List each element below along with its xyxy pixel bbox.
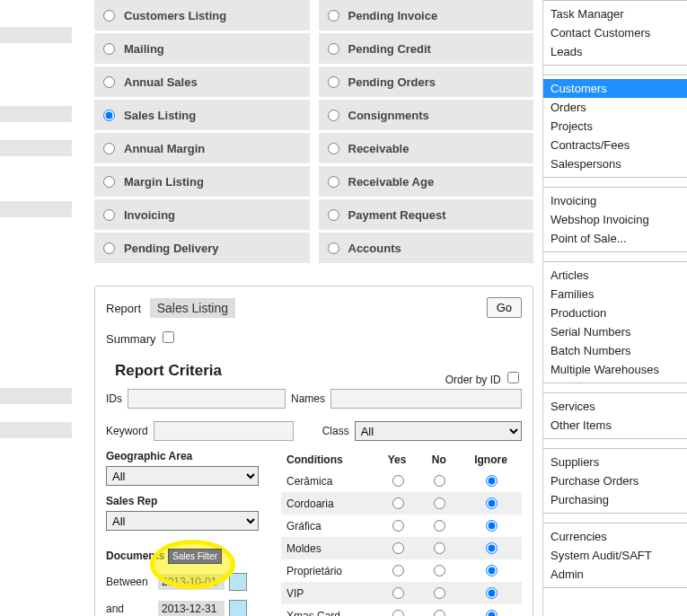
condition-yes-radio[interactable] — [392, 520, 404, 532]
sidebar-item[interactable]: Suppliers — [543, 453, 687, 471]
report-option[interactable]: Mailing — [94, 33, 310, 64]
report-option[interactable]: Payment Request — [319, 199, 534, 230]
condition-no-radio[interactable] — [434, 497, 445, 509]
report-option-radio[interactable] — [328, 209, 339, 221]
sidebar-item[interactable]: Articles — [543, 266, 687, 285]
sidebar-item[interactable]: Serial Numbers — [543, 322, 687, 341]
sidebar-item[interactable]: Contracts/Fees — [543, 136, 687, 154]
sidebar-item[interactable]: Orders — [543, 98, 687, 117]
report-option[interactable]: Pending Invoice — [319, 0, 534, 31]
report-option-radio[interactable] — [103, 176, 115, 188]
condition-no-radio[interactable] — [434, 520, 445, 532]
condition-yes-radio[interactable] — [392, 497, 404, 509]
condition-no-radio[interactable] — [434, 565, 445, 576]
go-button[interactable]: Go — [487, 297, 522, 318]
report-option-radio[interactable] — [328, 242, 339, 254]
sidebar-item[interactable]: Multiple Warehouses — [543, 360, 687, 379]
report-option-radio[interactable] — [103, 10, 115, 22]
condition-no-radio[interactable] — [434, 587, 445, 599]
sidebar-item[interactable]: Projects — [543, 117, 687, 136]
report-option-radio[interactable] — [103, 76, 115, 88]
ids-input[interactable] — [128, 389, 286, 409]
condition-ignore-radio[interactable] — [486, 587, 498, 599]
date-to[interactable]: 2013-12-31 — [158, 601, 225, 616]
salesrep-select[interactable]: All — [106, 511, 259, 531]
sidebar-item[interactable]: Webshop Invoicing — [543, 210, 687, 229]
report-option-radio[interactable] — [328, 76, 339, 88]
sidebar-item[interactable]: Invoicing — [543, 191, 687, 210]
condition-yes-radio[interactable] — [392, 475, 404, 487]
sidebar-item[interactable]: Admin — [543, 565, 687, 584]
summary-checkbox[interactable] — [163, 331, 174, 343]
report-option[interactable]: Annual Margin — [94, 133, 310, 163]
leftbar — [0, 388, 72, 404]
geo-select[interactable]: All — [106, 466, 259, 486]
report-option[interactable]: Accounts — [319, 233, 534, 263]
report-option-radio[interactable] — [103, 242, 115, 254]
condition-ignore-radio[interactable] — [486, 475, 498, 487]
report-option[interactable]: Invoicing — [94, 199, 310, 230]
condition-ignore-radio[interactable] — [486, 520, 498, 532]
report-option[interactable]: Margin Listing — [94, 166, 310, 197]
report-option-radio[interactable] — [328, 10, 339, 22]
report-option[interactable]: Consignments — [319, 100, 534, 130]
condition-yes-radio[interactable] — [392, 610, 404, 616]
report-option[interactable]: Annual Sales — [94, 66, 310, 97]
names-input[interactable] — [330, 389, 522, 409]
condition-ignore-radio[interactable] — [486, 565, 498, 576]
sidebar-item[interactable]: Task Manager — [543, 4, 687, 23]
sidebar-item[interactable]: Currencies — [543, 527, 687, 546]
report-option[interactable]: Customers Listing — [94, 0, 310, 31]
class-select[interactable]: All — [355, 421, 522, 441]
report-option[interactable]: Sales Listing — [94, 100, 310, 130]
condition-no-radio[interactable] — [434, 475, 445, 487]
sidebar-item[interactable]: Purchase Orders — [543, 471, 687, 490]
sidebar-item[interactable]: Services — [543, 397, 687, 416]
keyword-input[interactable] — [154, 421, 294, 441]
leftbar — [0, 140, 72, 156]
sidebar-item[interactable]: Other Items — [543, 416, 687, 435]
report-option-radio[interactable] — [103, 143, 115, 154]
condition-name: VIP — [281, 582, 376, 604]
condition-no-radio[interactable] — [434, 542, 445, 554]
date-from[interactable]: 2013-10-01 — [158, 574, 225, 590]
condition-yes-radio[interactable] — [392, 542, 404, 554]
date-picker-icon[interactable] — [229, 600, 247, 616]
report-option[interactable]: Receivable Age — [319, 166, 534, 197]
report-option-radio[interactable] — [328, 43, 339, 55]
report-option-radio[interactable] — [328, 110, 339, 121]
report-option-radio[interactable] — [328, 143, 339, 154]
condition-no-radio[interactable] — [434, 610, 445, 616]
sidebar-item[interactable]: Point of Sale... — [543, 229, 687, 248]
left-spacer — [0, 0, 85, 616]
report-option[interactable]: Pending Orders — [319, 66, 534, 97]
sidebar-item[interactable]: Leads — [543, 42, 687, 61]
report-option[interactable]: Pending Delivery — [94, 233, 310, 263]
leftbar — [0, 27, 72, 43]
orderby-checkbox[interactable] — [507, 372, 519, 383]
report-option-radio[interactable] — [328, 176, 339, 188]
sidebar-item[interactable]: Production — [543, 304, 687, 322]
report-option-radio[interactable] — [103, 209, 115, 221]
sidebar-item[interactable]: System Audit/SAFT — [543, 546, 687, 565]
condition-yes-radio[interactable] — [392, 565, 404, 576]
report-option-radio[interactable] — [103, 110, 115, 121]
condition-row: Moldes — [281, 537, 522, 559]
sidebar-item[interactable]: Contact Customers — [543, 23, 687, 42]
sidebar-item[interactable]: Purchasing — [543, 490, 687, 509]
between-label: Between — [106, 576, 153, 588]
report-option[interactable]: Receivable — [319, 133, 534, 163]
condition-ignore-radio[interactable] — [486, 610, 498, 616]
report-option[interactable]: Pending Credit — [319, 33, 534, 64]
sidebar-item[interactable]: Families — [543, 285, 687, 304]
condition-yes-radio[interactable] — [392, 587, 404, 599]
date-picker-icon[interactable] — [229, 573, 247, 591]
sales-filter-button[interactable]: Sales Filter — [168, 549, 222, 564]
main-column: Customers ListingMailingAnnual SalesSale… — [85, 0, 542, 616]
condition-ignore-radio[interactable] — [486, 497, 498, 509]
condition-ignore-radio[interactable] — [486, 542, 498, 554]
report-option-radio[interactable] — [103, 43, 115, 55]
sidebar-item[interactable]: Batch Numbers — [543, 341, 687, 360]
sidebar-item[interactable]: Customers — [543, 79, 687, 98]
sidebar-item[interactable]: Salespersons — [543, 154, 687, 173]
